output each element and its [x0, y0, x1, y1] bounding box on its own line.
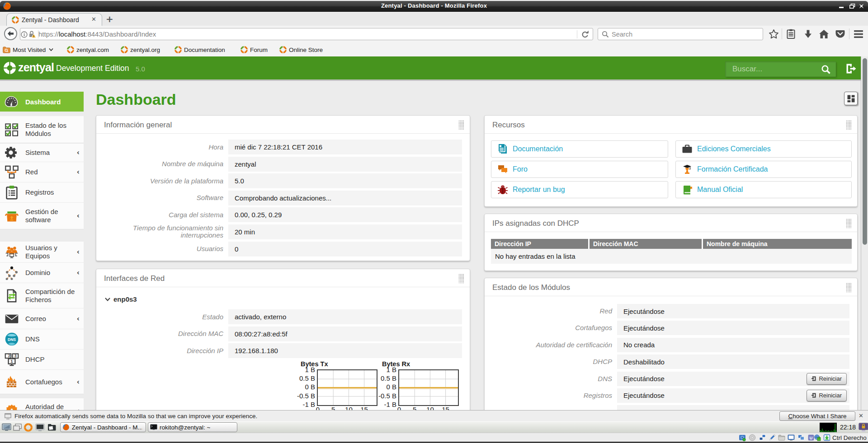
bug-icon	[497, 184, 508, 195]
resource-link-report-bug[interactable]: Reportar un bug	[491, 181, 668, 198]
sidebar-item-file-sharing[interactable]: Compartición de Ficheros	[0, 283, 84, 308]
zentyal-launcher-icon[interactable]	[24, 423, 33, 432]
taskbar-window-title: rokitoh@zentyal: ~	[160, 424, 210, 431]
pocket-icon[interactable]	[834, 28, 846, 40]
info-label: Hora	[104, 140, 228, 154]
sidebar-item-dhcp[interactable]: 2 3 1 DHCP	[0, 350, 84, 370]
restart-button[interactable]: Reiniciar	[807, 390, 847, 401]
restart-button[interactable]: Reiniciar	[807, 373, 847, 385]
sidebar-item-logs[interactable]: Registros	[0, 182, 84, 203]
drag-grip-icon[interactable]	[458, 120, 464, 130]
vbox-windows-icon[interactable]	[797, 434, 805, 441]
chart-ytick-label: 1 B	[375, 366, 396, 373]
tab-zentyal-dashboard[interactable]: Zentyal - Dashboard ✕	[6, 13, 102, 26]
table-header-row: Dirección IP Dirección MAC Nombre de máq…	[491, 239, 852, 249]
drag-grip-icon[interactable]	[846, 283, 852, 292]
resource-link-documentation[interactable]: Documentación	[491, 140, 668, 158]
bookmark-zentyal-com[interactable]: zentyal.com	[67, 45, 109, 54]
vbox-download-icon[interactable]	[823, 434, 830, 441]
bookmark-star-icon[interactable]	[768, 28, 779, 40]
search-bar[interactable]: Search	[598, 28, 763, 40]
widget-layout-toggle-button[interactable]	[844, 92, 858, 105]
vbox-cd-icon[interactable]	[749, 434, 756, 441]
url-bar[interactable]: https://localhost:8443/Dashboard/Index	[20, 28, 593, 40]
lock-warning-icon[interactable]	[28, 31, 36, 38]
taskbar-window-firefox[interactable]: Zentyal - Dashboard - M...	[60, 422, 146, 432]
screen-lock-icon[interactable]	[859, 422, 868, 433]
sidebar-item-software[interactable]: Gestión de software ‹	[0, 203, 84, 229]
bookmark-label: Most Visited	[13, 47, 46, 53]
sidebar-item-network[interactable]: Red ‹	[0, 162, 84, 182]
drag-grip-icon[interactable]	[458, 274, 464, 283]
new-tab-button[interactable]: +	[106, 15, 113, 23]
resource-link-forum[interactable]: Foro	[491, 161, 668, 178]
bookmarks-menu-icon[interactable]	[785, 28, 797, 40]
sidebar-item-mail[interactable]: Correo ‹	[0, 308, 84, 329]
notification-close-icon[interactable]: ✕	[859, 412, 863, 419]
vbox-network-icon[interactable]	[759, 434, 766, 441]
back-button[interactable]	[4, 27, 17, 40]
bookmark-forum[interactable]: Forum	[241, 45, 268, 54]
taskbar-window-terminal[interactable]: rokitoh@zentyal: ~	[148, 422, 237, 432]
logout-icon[interactable]	[844, 63, 856, 75]
sidebar-item-dashboard[interactable]: Dashboard	[0, 92, 84, 112]
close-button[interactable]	[859, 4, 864, 9]
card-body: Horamié dic 7 22:18:21 CET 2016 Nombre d…	[96, 134, 470, 261]
iconify-windows-icon[interactable]	[13, 423, 22, 432]
vbox-folder-icon[interactable]	[778, 434, 785, 441]
desktop-taskbar: Zentyal - Dashboard - M... rokitoh@zenty…	[0, 421, 868, 433]
bookmark-documentation[interactable]: Documentation	[175, 45, 225, 54]
charts-row: Bytes Tx 1 B0.5 B0 B-0.5 B-1 B 051015 By…	[104, 360, 462, 410]
sidebar-item-domain[interactable]: Dominio ‹	[0, 263, 84, 283]
drag-grip-icon[interactable]	[846, 120, 852, 130]
menu-hamburger-icon[interactable]	[853, 28, 864, 40]
sidebar-item-certification-authority[interactable]: A Autoridad de certificación ‹	[0, 398, 84, 410]
vbox-shared-clipboard-icon[interactable]	[814, 434, 821, 441]
sidebar-item-system[interactable]: Sistema ‹	[0, 144, 84, 162]
page-info-icon[interactable]	[21, 31, 28, 38]
vbox-harddisk-icon[interactable]	[739, 434, 746, 441]
resource-link-certified-training[interactable]: Formación Certificada	[675, 161, 852, 178]
sidebar-item-users[interactable]: Usuarios y Equipos ‹	[0, 242, 84, 263]
bookmark-zentyal-org[interactable]: zentyal.org	[121, 45, 160, 54]
chart-ytick-label: -0.5 B	[375, 392, 396, 400]
firewall-icon	[5, 375, 18, 389]
file-manager-icon[interactable]	[47, 423, 57, 432]
bookmark-most-visited[interactable]: Most Visited	[3, 45, 53, 54]
screen-tool-icon[interactable]	[35, 423, 45, 432]
interface-name: enp0s3	[113, 295, 137, 303]
zentyal-edition: Development Edition	[56, 64, 129, 73]
choose-what-i-share-button[interactable]: Choose What I Share	[779, 411, 855, 421]
svg-text:1: 1	[10, 359, 13, 364]
cpu-monitor-widget[interactable]	[820, 423, 837, 432]
svg-text:3: 3	[14, 354, 17, 358]
sidebar-item-dns[interactable]: DNS DNS	[0, 329, 84, 350]
home-icon[interactable]	[818, 28, 830, 40]
restore-button[interactable]	[849, 4, 855, 9]
resource-link-commercial-editions[interactable]: Ediciones Comerciales	[675, 140, 852, 158]
drag-grip-icon[interactable]	[846, 219, 852, 228]
module-row: RedEjecutándose	[492, 304, 849, 318]
page-scrollbar[interactable]	[861, 56, 868, 410]
chart-xtick-label: 10	[342, 406, 355, 410]
tab-close-icon[interactable]: ✕	[91, 16, 96, 23]
interface-toggle[interactable]: enp0s3	[105, 295, 462, 303]
show-desktop-icon[interactable]	[2, 423, 11, 432]
resource-link-official-manual[interactable]: Manual Oficial	[675, 181, 852, 198]
search-icon[interactable]	[821, 64, 831, 75]
info-value: activado, externo	[228, 309, 462, 324]
sidebar-item-firewall[interactable]: Cortafuegos ‹	[0, 370, 84, 394]
url-text[interactable]: https://localhost:8443/Dashboard/Index	[38, 30, 156, 38]
vbox-display-icon[interactable]	[788, 434, 795, 441]
info-value: 0	[228, 242, 462, 256]
vbox-pen-icon[interactable]	[769, 434, 776, 441]
bookmark-online-store[interactable]: Online Store	[279, 45, 323, 54]
sidebar-item-module-status[interactable]: Estado de los Módulos	[0, 116, 84, 143]
resource-link-label: Foro	[513, 165, 528, 173]
scrollbar-thumb[interactable]	[863, 58, 867, 245]
reload-icon[interactable]	[581, 30, 589, 38]
minimize-button[interactable]	[839, 4, 844, 9]
url-host: localhost	[59, 30, 85, 38]
downloads-icon[interactable]	[802, 28, 814, 40]
zentyal-search-input[interactable]: Buscar...	[725, 61, 836, 77]
